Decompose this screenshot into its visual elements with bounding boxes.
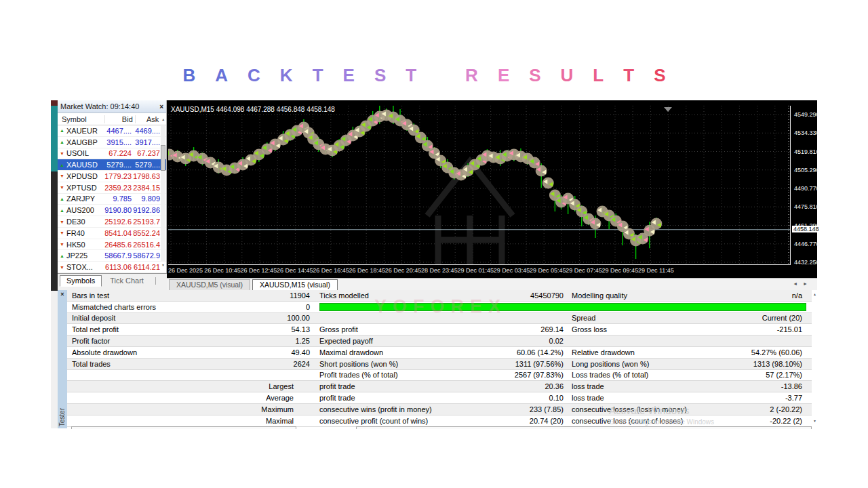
current-price-box: 4458.148 — [792, 226, 821, 232]
stat-value: 2624 — [294, 360, 310, 368]
stat-value: 233 (7.85) — [530, 405, 564, 413]
stat-value: 20.36 — [545, 382, 564, 390]
tester-cell: Loss trades (% of total)57 (2.17%) — [572, 371, 802, 379]
time-axis-label: 26 Dec 12:45 — [241, 267, 277, 274]
market-watch-scrollbar[interactable] — [161, 126, 165, 262]
price-axis: 4549.2904534.3304519.8104505.2904490.770… — [792, 106, 817, 264]
market-watch-row[interactable]: ▲AUS2009190.809192.86 — [58, 205, 166, 216]
symbol-name: XPTUSD — [66, 184, 103, 192]
stat-label: Bars in test — [72, 291, 109, 300]
market-watch-row[interactable]: ▲XAUGBP3915....3917.... — [58, 137, 166, 148]
ask-value: 2384.15 — [132, 184, 160, 192]
bid-value: 8541.04 — [103, 229, 132, 237]
chart-tab-inactive[interactable]: XAUUSD,M5 (visual) — [169, 279, 250, 290]
time-axis-label: 26 Dec 14:45 — [277, 267, 313, 274]
column-header-symbol[interactable]: Symbol — [58, 115, 105, 123]
tester-cell: Maximal drawdown60.06 (14.2%) — [319, 348, 564, 357]
stat-label: profit trade — [319, 394, 355, 402]
tester-panel-strip: × Tester — [58, 290, 67, 428]
scroll-down-icon[interactable]: ▼ — [813, 419, 816, 423]
stat-value: 60.06 (14.2%) — [517, 348, 564, 357]
market-watch-row[interactable]: ▼XPDUSD1779.231798.63 — [58, 171, 166, 182]
bid-value: 67.224 — [103, 149, 132, 157]
symbol-name: HK50 — [66, 241, 103, 249]
market-watch-column-headers: Symbol Bid Ask ▲ — [58, 113, 166, 125]
activate-windows-line1: Activate Windows — [609, 405, 714, 416]
price-axis-label: 4534.330 — [794, 129, 820, 136]
close-icon[interactable]: × — [58, 291, 67, 298]
stat-label: Spread — [572, 314, 595, 322]
title-letter: L — [593, 65, 604, 86]
bid-value: 5279.... — [103, 161, 132, 169]
stat-label: Mismatched charts errors — [72, 303, 156, 311]
market-watch-row[interactable]: ▼STOX...6113.066114.21 — [58, 262, 166, 273]
market-watch-row[interactable]: ▲JP22558667.958672.9 — [58, 250, 166, 262]
stat-label: Relative drawdown — [572, 348, 635, 357]
column-header-ask[interactable]: Ask — [136, 115, 161, 123]
market-watch-row[interactable]: ▼FR408541.048552.24 — [58, 228, 166, 239]
trade-arrow-icon — [168, 151, 169, 156]
time-axis-label: 29 Dec 07:45 — [566, 267, 602, 274]
market-watch-row[interactable]: ▲XAUUSD5279....5279.... — [58, 159, 166, 171]
scroll-up-icon[interactable]: ▲ — [160, 117, 166, 121]
activate-windows-line2: Go to Settings to activate Windows — [609, 418, 714, 426]
ask-value: 6114.21 — [132, 263, 160, 271]
chart-plot-area[interactable]: XAUUSD,M15 4464.098 4467.288 4456.848 44… — [168, 106, 791, 265]
arrow-down-icon: ▼ — [58, 265, 66, 270]
chart-tab-active[interactable]: XAUUSD,M15 (visual) — [252, 279, 338, 290]
tester-cell: Short positions (won %)1311 (97.56%) — [319, 360, 564, 368]
tester-cell: consecutive profit (count of wins)20.74 … — [319, 417, 564, 425]
market-watch-row[interactable]: ▼HK5026485.626516.4 — [58, 239, 166, 251]
scroll-down-icon[interactable]: ▼ — [161, 263, 165, 267]
tester-cell: Maximum — [67, 405, 310, 413]
bid-value: 2359.23 — [103, 184, 132, 192]
market-watch-row[interactable]: ▲XAUEUR4467....4469.... — [58, 125, 166, 137]
tester-cell: Largest — [67, 382, 310, 390]
market-watch-row[interactable]: ▲ZARJPY9.7859.809 — [58, 194, 166, 205]
chart-canvas — [168, 106, 790, 264]
tab-scroll-arrows[interactable]: ◄► — [793, 281, 813, 286]
chart-tab-bar: XAUUSD,M5 (visual)XAUUSD,M15 (visual)◄► — [167, 278, 817, 290]
title-letter: T — [406, 65, 416, 86]
symbol-name: JP225 — [66, 251, 103, 260]
stat-label: Maximal drawdown — [319, 348, 383, 357]
column-header-bid[interactable]: Bid — [105, 115, 135, 123]
activate-windows-watermark: Activate Windows Go to Settings to activ… — [609, 405, 714, 426]
chart-window: XAUUSD,M15 4464.098 4467.288 4456.848 44… — [167, 100, 817, 278]
market-watch-panel: Market Watch: 09:14:40 × Symbol Bid Ask … — [58, 100, 167, 288]
bid-value: 1779.23 — [103, 172, 132, 180]
market-watch-symbol-list: ▲XAUEUR4467....4469....▲XAUGBP3915....39… — [58, 125, 166, 273]
stat-label: Profit trades (% of total) — [319, 371, 398, 379]
tab-left-icon[interactable]: ◄ — [793, 281, 803, 286]
arrow-up-icon: ▲ — [58, 163, 66, 167]
stat-value: -3.77 — [785, 394, 802, 402]
scroll-up-icon[interactable]: ▲ — [813, 292, 816, 296]
stat-label: Total trades — [72, 360, 111, 368]
close-icon[interactable]: × — [159, 103, 163, 110]
stat-value: -215.01 — [777, 325, 802, 333]
cutoff-control — [356, 426, 812, 429]
stat-value: 2567 (97.83%) — [515, 371, 564, 379]
tab-symbols[interactable]: Symbols — [60, 275, 102, 287]
price-axis-label: 4549.290 — [794, 111, 820, 118]
tester-cell: Relative drawdown54.27% (60.06) — [572, 348, 802, 357]
ask-value: 25193.7 — [132, 218, 160, 226]
stat-label: Absolute drawdown — [72, 348, 137, 357]
stat-value: 54.13 — [291, 325, 310, 333]
market-watch-row[interactable]: ▼DE3025192.625193.7 — [58, 216, 166, 228]
title-letter: S — [374, 65, 386, 86]
market-watch-row[interactable]: ▼USOIL67.22467.237 — [58, 148, 166, 160]
ask-value: 3917.... — [132, 138, 160, 146]
scrollbar-thumb[interactable] — [161, 145, 165, 171]
tab-right-icon[interactable]: ► — [803, 281, 813, 286]
tab-separator — [155, 277, 156, 285]
tester-cell: loss trade-3.77 — [572, 394, 802, 402]
market-watch-row[interactable]: ▼XPTUSD2359.232384.15 — [58, 182, 166, 194]
ask-value: 26516.4 — [132, 241, 160, 249]
ask-value: 5279.... — [132, 161, 160, 169]
arrow-down-icon: ▼ — [58, 174, 66, 178]
arrow-down-icon: ▼ — [58, 220, 66, 224]
symbol-name: AUS200 — [66, 206, 103, 214]
tab-tick-chart[interactable]: Tick Chart — [104, 276, 150, 286]
tester-cell: Gross profit269.14 — [319, 325, 564, 333]
